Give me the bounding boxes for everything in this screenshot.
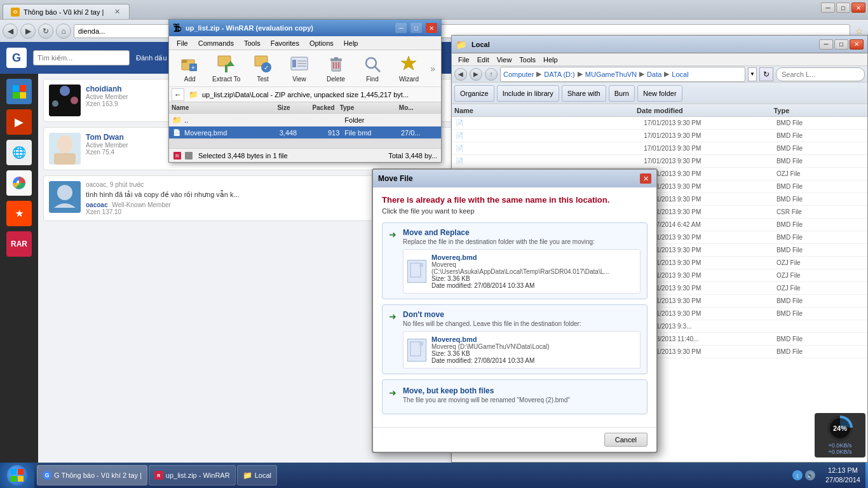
sidebar-icon-ie[interactable]: 🌐: [6, 140, 32, 165]
winrar-menu-help[interactable]: Help: [339, 38, 363, 48]
table-row[interactable]: 📄17/01/2013 9:30 PMBMD File: [452, 142, 867, 155]
tab-close-button[interactable]: ✕: [112, 8, 121, 17]
winrar-col-type[interactable]: Type: [340, 104, 399, 111]
winrar-menu-favorites[interactable]: Favorites: [266, 38, 304, 48]
tray-audio-icon[interactable]: 🔊: [805, 470, 815, 480]
taskbar-items: G G Thông báo - Vũ khí 2 tay | R up_list…: [34, 463, 787, 488]
explorer-menu-help[interactable]: Help: [539, 56, 562, 64]
browser-minimize-button[interactable]: ─: [821, 3, 835, 13]
winrar-find-button[interactable]: Find: [355, 53, 389, 84]
addr-mugame[interactable]: MUGameThuVN: [585, 71, 637, 78]
post-username-3[interactable]: oacoac: [86, 201, 107, 208]
explorer-search-input[interactable]: [776, 67, 865, 81]
taskbar-item-browser[interactable]: G G Thông báo - Vũ khí 2 tay |: [37, 465, 147, 485]
addr-computer[interactable]: Computer: [503, 71, 534, 78]
organize-button[interactable]: Organize: [454, 85, 494, 102]
winrar-col-name[interactable]: Name: [172, 104, 250, 111]
winrar-back-button[interactable]: ←: [172, 88, 184, 101]
show-desktop-button[interactable]: [865, 463, 868, 488]
winrar-add-button[interactable]: + Add: [173, 53, 207, 84]
winrar-toolbar-expand[interactable]: »: [428, 53, 437, 84]
avatar-choidianh: [49, 85, 81, 116]
share-with-button[interactable]: Share with: [562, 85, 606, 102]
winrar-maximize-button[interactable]: □: [410, 23, 422, 33]
burn-button[interactable]: Burn: [609, 85, 635, 102]
taskbar-clock[interactable]: 12:13 PM 27/08/2014: [820, 466, 865, 485]
explorer-menu-edit[interactable]: Edit: [473, 56, 493, 64]
winrar-extract-button[interactable]: Extract To: [209, 53, 243, 84]
dont-move-option[interactable]: ➜ Don't move No files will be changed. L…: [382, 304, 648, 374]
winrar-delete-button[interactable]: Delete: [319, 53, 353, 84]
explorer-forward-button[interactable]: ▶: [470, 68, 482, 81]
move-dialog-close-button[interactable]: ✕: [640, 173, 651, 184]
winrar-test-button[interactable]: ✓ Test: [246, 53, 280, 84]
winrar-col-mod[interactable]: Mo...: [399, 104, 438, 111]
winrar-title: up_list.zip - WinRAR (evaluation copy): [186, 24, 391, 32]
winrar-test-icon: ✓: [253, 54, 273, 74]
browser-close-button[interactable]: ✕: [851, 3, 865, 13]
col-header-date[interactable]: Date modified: [637, 107, 773, 114]
explorer-maximize-button[interactable]: □: [834, 39, 848, 50]
explorer-up-button[interactable]: ↑: [485, 68, 498, 81]
taskbar-item-winrar[interactable]: R up_list.zip - WinRAR: [149, 465, 236, 485]
table-row[interactable]: 📄17/01/2013 9:30 PMBMD File: [452, 155, 867, 168]
explorer-menu-tools[interactable]: Tools: [515, 56, 539, 64]
sidebar-icon-winrar[interactable]: RAR: [6, 231, 32, 257]
svg-point-11: [57, 135, 72, 153]
browser-tab[interactable]: G Thông báo - Vũ khí 2 tay | ✕: [3, 4, 130, 19]
winrar-view-button[interactable]: View: [282, 53, 316, 84]
col-header-type[interactable]: Type: [773, 107, 865, 114]
back-button[interactable]: ◀: [3, 24, 18, 39]
winrar-menu-tools[interactable]: Tools: [239, 38, 266, 48]
explorer-address-bar[interactable]: Computer ▶ DATA (D:) ▶ MUGameThuVN ▶ Dat…: [500, 67, 745, 82]
forum-search-input[interactable]: [33, 50, 130, 65]
move-and-replace-option[interactable]: ➜ Move and Replace Replace the file in t…: [382, 222, 648, 299]
new-folder-button[interactable]: New folder: [637, 85, 682, 102]
winrar-close-button[interactable]: ✕: [426, 23, 437, 33]
winrar-col-size[interactable]: Size: [250, 104, 295, 111]
explorer-menu-file[interactable]: File: [454, 56, 473, 64]
cancel-button[interactable]: Cancel: [604, 433, 648, 447]
winrar-status-text: Selected 3,448 bytes in 1 file: [198, 152, 288, 159]
winrar-scrollbar-h[interactable]: [169, 139, 441, 148]
col-header-name[interactable]: Name: [454, 107, 637, 114]
explorer-menu-view[interactable]: View: [493, 56, 516, 64]
addr-dropdown-button[interactable]: ▼: [748, 67, 757, 81]
winrar-menu-options[interactable]: Options: [304, 38, 339, 48]
sidebar-icon-app1[interactable]: ★: [6, 201, 32, 226]
explorer-window-controls: ─ □ ✕: [819, 39, 864, 50]
winrar-file-row-movereq[interactable]: 📄 Movereq.bmd 3,448 913 File bmd 27/0...: [169, 126, 441, 139]
refresh-button[interactable]: ↻: [38, 24, 53, 39]
winrar-col-packed[interactable]: Packed: [295, 104, 339, 111]
forward-button[interactable]: ▶: [20, 24, 36, 39]
winrar-menu-file[interactable]: File: [172, 38, 193, 48]
sidebar-icon-media[interactable]: ▶: [6, 109, 32, 135]
addr-refresh-button[interactable]: ↻: [759, 67, 773, 81]
addr-local[interactable]: Local: [672, 71, 688, 78]
winrar-wizard-button[interactable]: Wizard: [392, 53, 426, 84]
tray-network-icon[interactable]: ↕: [792, 470, 803, 480]
winrar-minimize-button[interactable]: ─: [395, 23, 407, 33]
taskbar-start-button[interactable]: [0, 463, 34, 488]
table-row[interactable]: 📄17/01/2013 9:30 PMBMD File: [452, 117, 867, 130]
svg-text:✓: ✓: [264, 64, 269, 71]
table-row[interactable]: 📄17/01/2013 9:30 PMBMD File: [452, 130, 867, 142]
explorer-back-button[interactable]: ◀: [454, 68, 467, 81]
browser-maximize-button[interactable]: □: [836, 3, 850, 13]
addr-data[interactable]: Data: [647, 71, 661, 78]
keep-both-option[interactable]: ➜ Move, but keep both files The file you…: [382, 379, 648, 414]
winrar-file-row-parent[interactable]: 📁 .. Folder: [169, 114, 441, 126]
winrar-folder-up-icon: 📁: [172, 115, 182, 125]
addr-data-d[interactable]: DATA (D:): [544, 71, 574, 78]
explorer-minimize-button[interactable]: ─: [819, 39, 833, 50]
winrar-menu-commands[interactable]: Commands: [193, 38, 239, 48]
include-library-button[interactable]: Include in library: [497, 85, 559, 102]
taskbar-browser-icon: G: [43, 471, 51, 480]
sidebar-icon-windows[interactable]: [6, 79, 32, 104]
taskbar-item-explorer[interactable]: 📁 Local: [237, 465, 277, 485]
sidebar-icon-chrome[interactable]: [6, 170, 32, 196]
explorer-close-button[interactable]: ✕: [850, 39, 864, 50]
tab-favicon: G: [11, 8, 20, 17]
home-button[interactable]: ⌂: [56, 24, 71, 39]
download-speed-down: +0.0KB/s: [817, 449, 863, 455]
